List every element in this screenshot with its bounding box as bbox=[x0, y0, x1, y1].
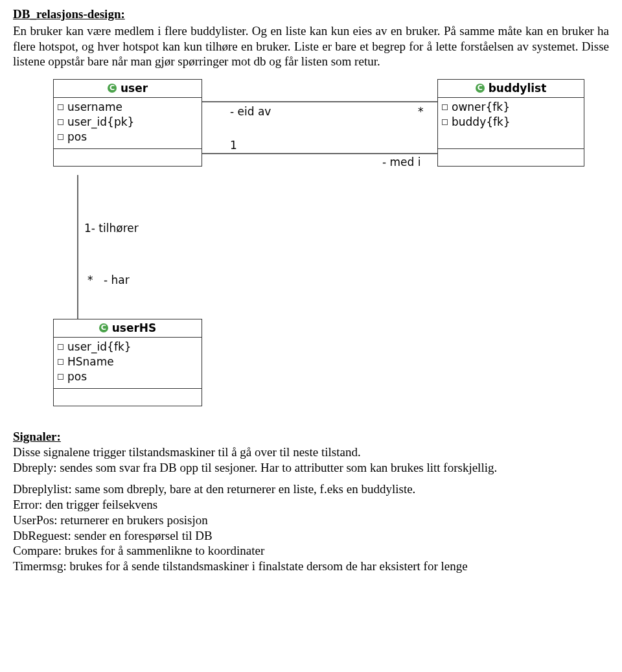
label-har: - har bbox=[104, 273, 130, 287]
attr-text: user_id{fk} bbox=[67, 340, 132, 353]
signaler-heading: Signaler: bbox=[13, 429, 609, 445]
attr-text: pos bbox=[67, 370, 87, 383]
table-userhs-attrs: user_id{fk} HSname pos bbox=[54, 338, 202, 389]
signaler-line6: DbReguest: sender en forespørsel til DB bbox=[13, 528, 609, 544]
attr-row: buddy{fk} bbox=[442, 115, 580, 130]
attr-row: username bbox=[58, 100, 198, 115]
table-userhs-title: CuserHS bbox=[54, 319, 202, 338]
attr-text: user_id{pk} bbox=[67, 115, 134, 128]
signaler-line7: Compare: brukes for å sammenlikne to koo… bbox=[13, 543, 609, 559]
attr-text: pos bbox=[67, 130, 87, 143]
signaler-line8: Timermsg: brukes for å sende tilstandsma… bbox=[13, 559, 609, 574]
attr-icon bbox=[58, 104, 63, 110]
label-med-i: - med i bbox=[382, 156, 420, 169]
label-eid-av: - eid av bbox=[230, 105, 271, 119]
label-star: * bbox=[418, 105, 424, 119]
attr-icon bbox=[58, 344, 63, 350]
attr-row: user_id{fk} bbox=[58, 340, 198, 354]
table-buddylist-attrs: owner{fk} buddy{fk} x bbox=[438, 98, 584, 149]
attr-row: user_id{pk} bbox=[58, 115, 198, 130]
db-design-paragraph: En bruker kan være medlem i flere buddyl… bbox=[13, 23, 609, 69]
table-user-title-text: user bbox=[121, 82, 148, 95]
table-user: Cuser username user_id{pk} pos bbox=[53, 79, 202, 167]
attr-icon bbox=[442, 119, 448, 125]
attr-row: pos bbox=[58, 130, 198, 145]
table-empty-section bbox=[54, 389, 202, 406]
db-design-heading: DB_relasjons-design: bbox=[13, 6, 609, 22]
class-icon: C bbox=[99, 323, 108, 332]
signaler-line4: Error: den trigger feilsekvens bbox=[13, 497, 609, 513]
signaler-line5: UserPos: returnerer en brukers posisjon bbox=[13, 513, 609, 528]
attr-icon bbox=[442, 104, 448, 110]
attr-row: owner{fk} bbox=[442, 100, 580, 115]
label-one: 1 bbox=[230, 139, 237, 152]
table-empty-section bbox=[438, 149, 584, 166]
attr-icon bbox=[58, 134, 63, 140]
table-user-attrs: username user_id{pk} pos bbox=[54, 98, 202, 149]
attr-row: HSname bbox=[58, 354, 198, 369]
attr-text: buddy{fk} bbox=[452, 115, 511, 128]
attr-icon bbox=[58, 119, 63, 125]
attr-text: HSname bbox=[67, 355, 114, 368]
signaler-line3: Dbreplylist: same som dbreply, bare at d… bbox=[13, 481, 609, 497]
er-diagram: Cuser username user_id{pk} pos Cbuddylis… bbox=[13, 79, 590, 416]
attr-text: username bbox=[67, 100, 122, 113]
signaler-line2: Dbreply: sendes som svar fra DB opp til … bbox=[13, 460, 609, 476]
table-empty-section bbox=[54, 149, 202, 166]
attr-icon bbox=[58, 374, 63, 380]
table-buddylist-title: Cbuddylist bbox=[438, 80, 584, 98]
attr-icon bbox=[58, 359, 63, 365]
table-userhs: CuserHS user_id{fk} HSname pos bbox=[53, 319, 202, 406]
label-one-tilhorer: 1- tilhører bbox=[84, 222, 139, 235]
attr-row: pos bbox=[58, 369, 198, 384]
table-buddylist: Cbuddylist owner{fk} buddy{fk} x bbox=[437, 79, 584, 167]
label-star2: * bbox=[87, 273, 93, 287]
document-page: DB_relasjons-design: En bruker kan være … bbox=[0, 0, 622, 600]
class-icon: C bbox=[476, 84, 485, 93]
attr-text: owner{fk} bbox=[452, 100, 510, 113]
signaler-line1: Disse signalene trigger tilstandsmaskine… bbox=[13, 445, 609, 460]
table-userhs-title-text: userHS bbox=[112, 321, 157, 334]
class-icon: C bbox=[108, 84, 117, 93]
table-user-title: Cuser bbox=[54, 80, 202, 98]
table-buddylist-title-text: buddylist bbox=[489, 82, 547, 95]
